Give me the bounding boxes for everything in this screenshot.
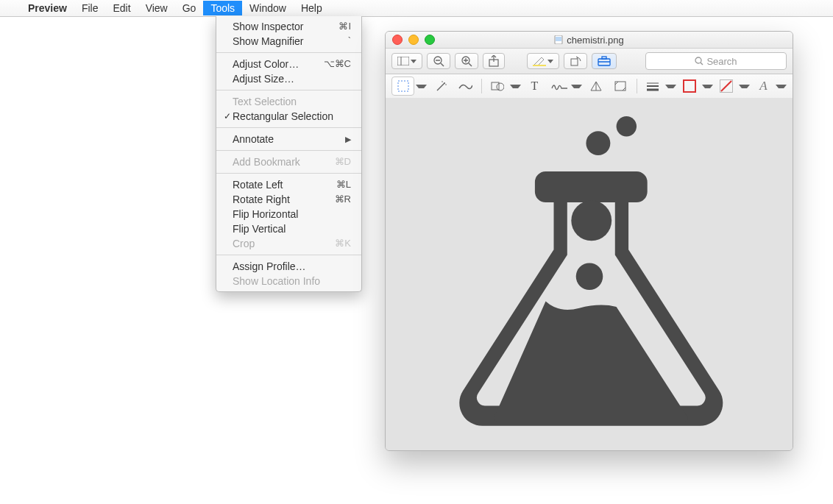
shapes-tool[interactable] bbox=[487, 77, 508, 95]
menu-crop: Crop⌘K bbox=[216, 236, 361, 251]
svg-line-21 bbox=[437, 83, 444, 90]
file-icon bbox=[554, 35, 563, 44]
menu-go[interactable]: Go bbox=[175, 1, 204, 15]
svg-rect-14 bbox=[571, 59, 578, 65]
svg-rect-1 bbox=[556, 37, 561, 41]
adjust-size-tool[interactable] bbox=[609, 77, 631, 95]
image-canvas[interactable] bbox=[386, 98, 793, 450]
selection-tool[interactable] bbox=[391, 77, 414, 96]
text-tool[interactable]: T bbox=[524, 77, 545, 95]
svg-point-18 bbox=[695, 57, 701, 63]
pencil-icon bbox=[458, 81, 472, 91]
signature-icon bbox=[551, 81, 567, 91]
border-color-swatch bbox=[683, 79, 696, 93]
svg-point-24 bbox=[445, 84, 447, 85]
sidebar-icon bbox=[397, 57, 409, 65]
menu-show-magnifier[interactable]: Show Magnifier` bbox=[216, 34, 361, 49]
main-toolbar: Search bbox=[386, 49, 793, 74]
menu-tools[interactable]: Tools bbox=[203, 1, 242, 15]
menu-assign-profile[interactable]: Assign Profile… bbox=[216, 259, 361, 274]
menu-rotate-left[interactable]: Rotate Left⌘L bbox=[216, 177, 361, 192]
instant-alpha-tool[interactable] bbox=[430, 77, 451, 95]
svg-point-23 bbox=[442, 81, 443, 82]
search-placeholder: Search bbox=[706, 56, 737, 67]
border-color-tool[interactable] bbox=[679, 77, 701, 95]
chevron-down-icon[interactable] bbox=[571, 85, 582, 88]
sign-tool[interactable] bbox=[548, 77, 570, 95]
chevron-down-icon[interactable] bbox=[776, 85, 787, 88]
menu-view[interactable]: View bbox=[138, 1, 175, 15]
menu-text-selection: Text Selection bbox=[216, 94, 361, 109]
menu-flip-vertical[interactable]: Flip Vertical bbox=[216, 221, 361, 236]
text-style-tool[interactable]: A bbox=[753, 77, 774, 95]
menu-rotate-right[interactable]: Rotate Right⌘R bbox=[216, 192, 361, 207]
tools-dropdown: Show Inspector⌘I Show Magnifier` Adjust … bbox=[216, 16, 362, 292]
app-menu[interactable]: Preview bbox=[21, 1, 74, 15]
menu-add-bookmark: Add Bookmark⌘D bbox=[216, 155, 361, 169]
chevron-down-icon bbox=[547, 60, 553, 63]
svg-point-36 bbox=[575, 263, 603, 290]
adjust-color-tool[interactable] bbox=[585, 77, 606, 95]
highlighter-icon bbox=[533, 56, 546, 66]
chevron-down-icon[interactable] bbox=[665, 85, 676, 88]
markup-button[interactable] bbox=[592, 53, 617, 69]
fill-color-tool[interactable] bbox=[716, 77, 737, 95]
fill-color-swatch bbox=[720, 79, 733, 93]
search-icon bbox=[695, 57, 703, 65]
selection-icon bbox=[397, 80, 409, 92]
svg-point-26 bbox=[497, 83, 504, 90]
view-mode-button[interactable] bbox=[391, 53, 422, 69]
text-icon: T bbox=[531, 79, 538, 93]
menu-separator bbox=[216, 127, 361, 128]
menu-annotate[interactable]: Annotate▶ bbox=[216, 132, 361, 146]
menu-separator bbox=[216, 255, 361, 255]
search-field[interactable]: Search bbox=[645, 52, 787, 70]
menu-help[interactable]: Help bbox=[294, 1, 330, 15]
menu-flip-horizontal[interactable]: Flip Horizontal bbox=[216, 207, 361, 221]
svg-rect-2 bbox=[397, 57, 409, 65]
shapes-icon bbox=[491, 80, 504, 92]
rotate-button[interactable] bbox=[564, 53, 587, 69]
titlebar[interactable]: chemistri.png bbox=[386, 32, 793, 49]
prism-icon bbox=[589, 80, 603, 92]
zoom-out-icon bbox=[433, 55, 444, 67]
svg-point-34 bbox=[586, 131, 610, 155]
share-button[interactable] bbox=[483, 53, 505, 69]
svg-point-22 bbox=[444, 82, 445, 84]
chevron-down-icon[interactable] bbox=[702, 85, 713, 88]
chevron-down-icon[interactable] bbox=[739, 85, 750, 88]
toolbox-icon bbox=[598, 56, 611, 66]
menu-edit[interactable]: Edit bbox=[106, 1, 138, 15]
menu-rectangular-selection[interactable]: ✓Rectangular Selection bbox=[216, 109, 361, 124]
svg-point-33 bbox=[616, 116, 636, 136]
highlight-button[interactable] bbox=[527, 53, 559, 69]
menu-separator bbox=[216, 90, 361, 90]
line-style-tool[interactable] bbox=[642, 77, 663, 95]
preview-window: chemistri.png Search bbox=[385, 31, 793, 451]
menu-separator bbox=[216, 173, 361, 174]
svg-line-6 bbox=[441, 63, 444, 66]
menu-file[interactable]: File bbox=[74, 1, 106, 15]
menu-adjust-color[interactable]: Adjust Color…⌥⌘C bbox=[216, 57, 361, 71]
menu-show-inspector[interactable]: Show Inspector⌘I bbox=[216, 19, 361, 34]
chevron-down-icon[interactable] bbox=[510, 85, 521, 88]
svg-line-19 bbox=[701, 63, 703, 65]
svg-rect-16 bbox=[602, 57, 606, 59]
menu-show-location-info: Show Location Info bbox=[216, 274, 361, 288]
window-title-text: chemistri.png bbox=[567, 35, 623, 46]
toolbar-divider bbox=[481, 79, 482, 93]
zoom-out-button[interactable] bbox=[427, 53, 450, 69]
menu-separator bbox=[216, 52, 361, 53]
menu-separator bbox=[216, 150, 361, 151]
svg-point-35 bbox=[571, 200, 612, 241]
sketch-tool[interactable] bbox=[454, 77, 475, 95]
chevron-down-icon[interactable] bbox=[416, 85, 427, 88]
menu-adjust-size[interactable]: Adjust Size… bbox=[216, 71, 361, 86]
chemistry-flask-image bbox=[431, 116, 748, 433]
menu-window[interactable]: Window bbox=[242, 1, 294, 15]
svg-rect-20 bbox=[398, 81, 408, 91]
chevron-down-icon bbox=[411, 60, 416, 63]
rotate-icon bbox=[570, 56, 581, 66]
zoom-in-button[interactable] bbox=[455, 53, 478, 69]
svg-rect-25 bbox=[492, 82, 499, 90]
